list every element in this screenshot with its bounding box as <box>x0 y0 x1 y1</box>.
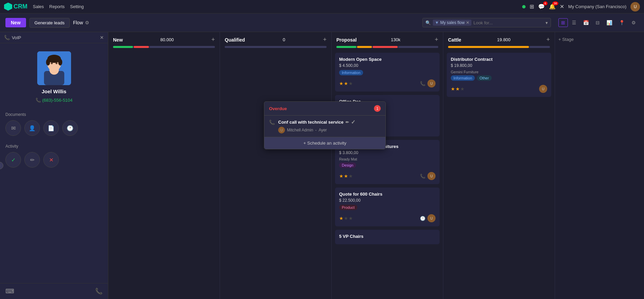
flow-settings-icon[interactable]: ⚙ <box>85 20 89 25</box>
generate-leads-button[interactable]: Generate leads <box>29 18 70 28</box>
messages-icon[interactable]: 💬 6 <box>538 3 545 10</box>
card-stars: ★★★ <box>339 216 353 221</box>
col-cattle-amount: 19.800 <box>497 37 511 42</box>
col-proposal-title: Proposal <box>336 37 357 43</box>
overdue-count-badge: 1 <box>374 105 381 112</box>
svg-point-8 <box>58 59 62 66</box>
card-avatar: U <box>427 172 436 180</box>
filter-icon: ▼ <box>435 20 439 25</box>
card-quote-600-chairs[interactable]: Quote for 600 Chairs $ 22.500,00 Product… <box>335 188 440 226</box>
schedule-activity-button[interactable]: + Schedule an activity <box>264 137 385 149</box>
col-qualified-progress <box>225 46 327 48</box>
col-qualified-title: Qualified <box>225 37 245 43</box>
alerts-badge: 38 <box>552 1 558 5</box>
progress-seg-empty <box>530 46 550 48</box>
kanban-col-proposal: Proposal 130k + Modern Open Space $ 4.50… <box>332 32 443 299</box>
side-panel: 📞 VoIP ✕ ‹ <box>0 32 108 299</box>
progress-seg-green <box>336 46 356 48</box>
nav-setting[interactable]: Setting <box>70 4 84 9</box>
col-new-cards <box>108 51 220 299</box>
card-footer: ★★★ 🕐 U <box>339 214 436 222</box>
table-view-button[interactable]: ⊟ <box>593 18 602 27</box>
progress-seg-yellow <box>357 46 372 48</box>
chart-view-button[interactable]: 📊 <box>604 18 615 27</box>
overdue-task: Conf call with technical service ✏ ✓ <box>278 119 381 125</box>
col-new-progress <box>113 46 215 48</box>
kanban-col-qualified: Qualified 0 + <box>220 32 332 299</box>
close-side-panel-button[interactable]: ✕ <box>100 35 104 40</box>
card-5vp-chairs[interactable]: 5 VP Chairs <box>335 230 440 244</box>
contact-phone[interactable]: 📞 (683)-556-5104 <box>36 98 73 103</box>
card-phone-icon[interactable]: 📞 <box>420 81 425 86</box>
progress-seg-yellow <box>448 46 529 48</box>
col-proposal-add-button[interactable]: + <box>435 36 438 43</box>
card-icons: 📞 U <box>420 172 436 180</box>
filter-close-button[interactable]: ✕ <box>466 20 469 25</box>
map-view-button[interactable]: 📍 <box>616 18 627 27</box>
card-clock-icon: 🕐 <box>420 216 425 221</box>
card-phone-green-icon[interactable]: 📞 <box>420 174 425 179</box>
card-amount: $ 19.800,00 <box>451 63 547 68</box>
apps-icon[interactable]: ⊞ <box>530 3 534 10</box>
contact-card: Joel Willis 📞 (683)-556-5104 <box>0 43 108 108</box>
top-nav: CRM Sales Reports Setting ⊞ 💬 6 🔔 38 ✕ M… <box>0 0 644 14</box>
voip-label: 📞 VoIP <box>4 35 21 40</box>
col-proposal-amount: 130k <box>391 37 400 42</box>
progress-seg-green <box>113 46 133 48</box>
documents-label: Documents <box>5 112 103 117</box>
settings-view-button[interactable]: ⚙ <box>629 18 639 27</box>
overdue-phone-icon: 📞 <box>269 120 275 125</box>
overdue-edit-button[interactable]: ✏ <box>346 120 349 125</box>
col-cattle-add-button[interactable]: + <box>546 36 550 43</box>
search-dropdown-icon[interactable]: ▾ <box>546 20 548 25</box>
card-tag-info: Information <box>451 75 475 81</box>
tools-icon[interactable]: ✕ <box>560 3 564 10</box>
contact-doc-button[interactable]: 👤 <box>24 120 40 136</box>
clock-doc-button[interactable]: 🕐 <box>62 120 78 136</box>
cancel-activity-button[interactable]: ✕ <box>43 152 59 168</box>
alerts-icon[interactable]: 🔔 38 <box>549 3 556 10</box>
filter-tag: ▼ My sales flow ✕ <box>433 20 471 26</box>
email-doc-button[interactable]: ✉ <box>5 120 21 136</box>
nav-right: ⊞ 💬 6 🔔 38 ✕ My Company (San Francisco) … <box>522 2 640 11</box>
progress-seg-empty <box>225 46 327 48</box>
card-company: Ready Mat <box>339 157 436 161</box>
documents-section: Documents ✉ 👤 📄 🕐 <box>0 108 108 140</box>
card-tag-product: Product <box>339 205 357 210</box>
card-distributor-contract[interactable]: Distributor Contract $ 19.800,00 Gemini … <box>447 53 551 97</box>
keyboard-icon[interactable]: ⌨ <box>5 288 14 295</box>
svg-point-7 <box>46 59 50 66</box>
kanban-board: 📞 VoIP ✕ ‹ <box>0 32 644 299</box>
card-title: Distributor Contract <box>451 57 547 62</box>
confirm-activity-button[interactable]: ✓ <box>5 152 21 168</box>
col-qualified-add-button[interactable]: + <box>323 36 327 43</box>
list-view-button[interactable]: ☰ <box>569 18 579 27</box>
company-name[interactable]: My Company (San Francisco) <box>568 4 626 9</box>
card-modern-open-space[interactable]: Modern Open Space $ 4.500,00 Information… <box>335 53 440 92</box>
nav-reports[interactable]: Reports <box>49 4 65 9</box>
activity-label: Activity <box>5 144 103 149</box>
overdue-check-button[interactable]: ✓ <box>351 119 355 125</box>
progress-seg-red <box>134 46 149 48</box>
phone-icon: 📞 <box>36 98 41 103</box>
add-stage-button[interactable]: + Stage <box>558 37 574 42</box>
card-title: Modern Open Space <box>339 57 436 62</box>
calendar-view-button[interactable]: 📅 <box>580 18 592 27</box>
view-icons: ⊞ ☰ 📅 ⊟ 📊 📍 ⚙ <box>558 18 639 27</box>
progress-seg-red <box>373 46 398 48</box>
kanban-view-button[interactable]: ⊞ <box>558 18 568 27</box>
col-new-add-button[interactable]: + <box>211 36 215 43</box>
file-doc-button[interactable]: 📄 <box>43 120 59 136</box>
card-tag-other: Other <box>477 75 492 81</box>
nav-sales[interactable]: Sales <box>33 4 44 9</box>
search-input[interactable] <box>473 20 542 25</box>
nav-logo[interactable]: CRM <box>4 3 27 11</box>
side-panel-footer: ⌨ 📞 <box>0 283 108 299</box>
phone-footer-icon[interactable]: 📞 <box>95 288 103 295</box>
search-bar: 🔍 ▼ My sales flow ✕ ▾ <box>422 18 551 27</box>
edit-activity-button[interactable]: ✏ <box>24 152 40 168</box>
overdue-user: U Mitchell Admin - Ayer <box>278 127 381 133</box>
overdue-separator: - <box>315 128 316 132</box>
new-button[interactable]: New <box>5 18 26 27</box>
user-avatar[interactable]: U <box>630 2 640 11</box>
